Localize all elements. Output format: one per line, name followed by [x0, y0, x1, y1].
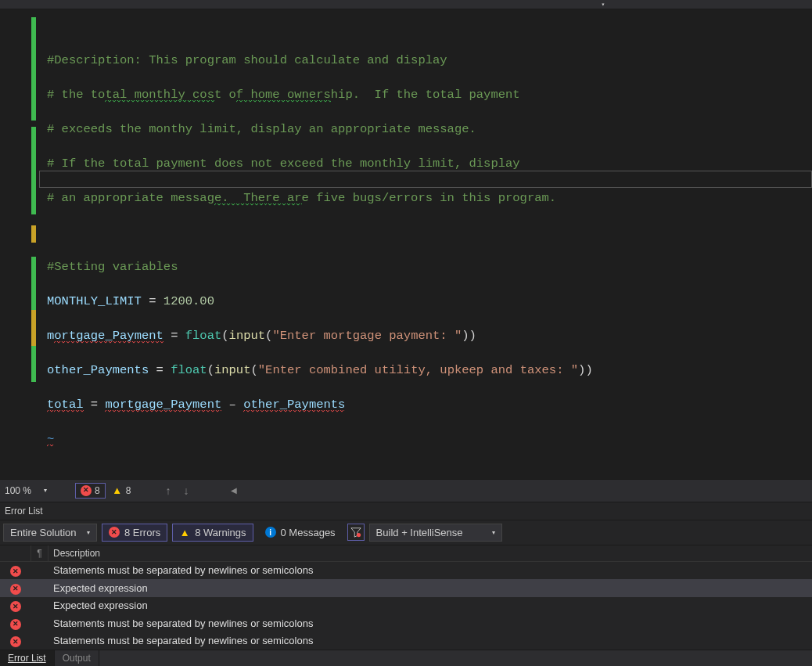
code-text: ))	[578, 363, 593, 377]
code-text: # exceeds the monthy limit, display an a…	[47, 122, 476, 136]
code-text: –	[221, 398, 243, 412]
errors-pill[interactable]: ✕ 8	[75, 483, 106, 499]
code-text: hip. If the total payment	[331, 88, 520, 102]
editor-gutter	[0, 9, 39, 479]
svg-point-0	[356, 533, 360, 537]
code-text: ))	[462, 329, 476, 343]
scope-dropdown[interactable]: Entire Solution ▾	[3, 524, 97, 542]
warning-icon: ▲	[112, 485, 123, 496]
nav-up-icon[interactable]: ↑	[162, 484, 174, 497]
code-column-header[interactable]: ¶	[31, 545, 49, 561]
error-icon: ✕	[10, 601, 21, 612]
code-editor[interactable]: #Description: This program should calcul…	[0, 9, 812, 479]
change-marker	[31, 225, 36, 243]
code-text: #Description: This program should calcul…	[47, 53, 447, 67]
code-text: input	[229, 329, 266, 343]
code-text: input	[214, 363, 251, 377]
code-text: mortgage_Payment	[105, 398, 221, 412]
nav-down-icon[interactable]: ↓	[180, 484, 192, 497]
scroll-left-icon[interactable]: ◀	[229, 486, 239, 495]
error-row[interactable]: ✕Statements must be separated by newline…	[0, 614, 812, 632]
tab-output[interactable]: Output	[55, 650, 99, 666]
editor-status-bar: 100 % ▾ ✕ 8 ▲ 8 ↑ ↓ ◀	[0, 479, 812, 502]
warnings-filter-toggle[interactable]: ▲ 8 Warnings	[172, 524, 253, 542]
change-marker	[31, 257, 36, 310]
code-text: ~	[47, 432, 54, 447]
source-dropdown[interactable]: Build + IntelliSense ▾	[369, 524, 502, 542]
code-text: # an appropriate messag	[47, 191, 214, 205]
error-icon: ✕	[10, 566, 21, 577]
chevron-down-icon: ▾	[492, 529, 495, 536]
code-text: e. The	[214, 191, 265, 206]
code-text: (	[221, 329, 228, 343]
code-text: =	[142, 294, 163, 308]
zoom-dropdown-icon[interactable]: ▾	[44, 487, 47, 494]
code-text: "Enter combined utility, upkeep and taxe…	[258, 363, 578, 377]
code-text: f home owners	[236, 88, 331, 103]
warnings-count: 8	[126, 485, 131, 496]
code-text: =	[149, 363, 171, 377]
code-text: e five bugs/errors in this program.	[302, 191, 557, 205]
icon-column-header[interactable]	[0, 545, 31, 561]
code-text: other_Payments	[47, 363, 149, 377]
description-column-header[interactable]: Description	[49, 545, 812, 561]
error-icon: ✕	[81, 485, 92, 496]
code-content[interactable]: #Description: This program should calcul…	[39, 9, 812, 479]
change-marker	[31, 127, 36, 214]
errors-filter-label: 8 Errors	[124, 527, 160, 538]
filter-icon[interactable]	[347, 524, 365, 541]
error-table-header[interactable]: ¶ Description	[0, 545, 812, 562]
warnings-filter-label: 8 Warnings	[195, 527, 246, 538]
code-text: float	[171, 363, 207, 377]
change-marker	[31, 17, 36, 121]
current-line-highlight	[39, 171, 812, 188]
info-icon: i	[265, 527, 276, 538]
code-text: t o	[214, 88, 236, 102]
error-icon: ✕	[10, 584, 21, 595]
error-icon: ✕	[10, 636, 21, 647]
code-text: float	[185, 329, 222, 343]
error-list-filters: Entire Solution ▾ ✕ 8 Errors ▲ 8 Warning…	[0, 520, 812, 545]
error-message: Statements must be separated by newlines…	[49, 617, 812, 629]
code-text: m	[47, 329, 54, 343]
error-message: Expected expression	[49, 599, 812, 611]
chevron-down-icon: ▾	[87, 529, 90, 536]
errors-filter-toggle[interactable]: ✕ 8 Errors	[102, 524, 167, 542]
source-value: Build + IntelliSense	[376, 527, 463, 538]
code-text: (	[265, 329, 272, 343]
error-icon: ✕	[10, 619, 21, 630]
messages-filter-label: 0 Messages	[281, 527, 336, 538]
code-text: tal monthly cos	[105, 88, 214, 103]
error-row[interactable]: ✕Expected expression	[0, 597, 812, 615]
code-text: otal	[54, 398, 83, 412]
error-table: ¶ Description ✕Statements must be separa…	[0, 545, 812, 650]
code-text: ortgage_Payment	[54, 329, 163, 344]
error-message: Statements must be separated by newlines…	[49, 564, 812, 576]
code-text: (	[207, 363, 214, 377]
tab-error-list[interactable]: Error List	[0, 650, 55, 666]
code-text: (	[250, 363, 257, 377]
top-toolbar: ▾	[0, 0, 812, 9]
code-text: #Setting variables	[47, 260, 178, 274]
code-text: # If the total payment does not exceed t…	[47, 157, 520, 171]
code-text: # the to	[47, 88, 105, 102]
code-text: =	[163, 329, 185, 343]
error-row[interactable]: ✕Expected expression	[0, 579, 812, 597]
bottom-tab-bar: Error List Output	[0, 650, 812, 666]
error-list-title: Error List	[0, 502, 812, 520]
change-marker	[31, 310, 36, 346]
code-text: other_Payments	[243, 398, 345, 412]
code-text: "Enter mortgage payment: "	[272, 329, 462, 343]
code-text: re ar	[265, 191, 302, 206]
dropdown-caret-icon[interactable]: ▾	[598, 1, 609, 9]
zoom-level[interactable]: 100 %	[2, 485, 34, 496]
error-row[interactable]: ✕Statements must be separated by newline…	[0, 632, 812, 650]
error-message: Expected expression	[49, 582, 812, 594]
code-text: =	[84, 398, 106, 412]
scope-value: Entire Solution	[10, 527, 77, 538]
code-text: 1200.00	[163, 294, 214, 308]
error-row[interactable]: ✕Statements must be separated by newline…	[0, 562, 812, 580]
warnings-indicator[interactable]: ▲ 8	[112, 485, 131, 496]
code-text: t	[47, 398, 54, 412]
messages-filter-toggle[interactable]: i 0 Messages	[258, 524, 343, 542]
